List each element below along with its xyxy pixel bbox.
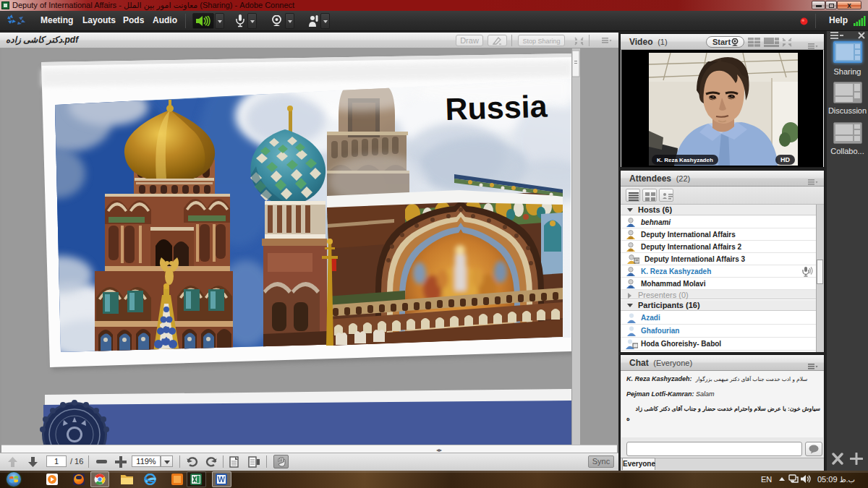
svg-text:Russia: Russia — [445, 89, 549, 127]
